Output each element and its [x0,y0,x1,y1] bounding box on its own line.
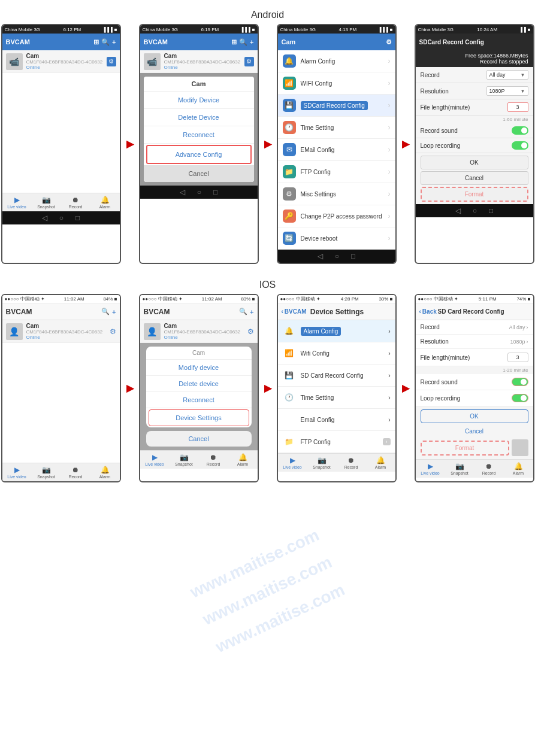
ftp-icon: 📁 [283,165,296,178]
back-btn[interactable]: ◁ [180,188,185,196]
record-dropdown[interactable]: All day ▼ [486,70,528,80]
settings-icon[interactable]: ⚙ [386,38,392,46]
home-btn[interactable]: ○ [473,207,477,215]
recents-btn[interactable]: □ [75,214,80,222]
nav-record[interactable]: ⏺ Record [61,195,90,210]
camera-list-item[interactable]: 📹 Cam CM1F840-E6BF830A34DC-4C0632 Online… [140,50,258,73]
nav-live-video[interactable]: ▶Live video [140,452,170,467]
search-icon[interactable]: 🔍 [239,308,247,315]
cam-gear-icon[interactable]: ⚙ [244,57,254,66]
nav-snapshot[interactable]: 📷Snapshot [307,455,337,470]
nav-alarm[interactable]: 🔔Alarm [504,461,533,476]
back-btn[interactable]: ◁ [455,207,461,215]
format-button[interactable]: Format [421,441,509,456]
nav-record[interactable]: ⏺Record [474,461,504,476]
cam-settings-icon[interactable]: ⚙ [110,327,116,336]
ok-button[interactable]: OK [421,409,528,423]
cancel-button[interactable]: Cancel [421,425,528,438]
modal-device-settings[interactable]: Device Settings [149,409,249,426]
modal-item-reconnect[interactable]: Reconnect [144,126,254,144]
menu-item-wifi[interactable]: 📶 WIFI Config › [278,72,395,95]
nav-snapshot[interactable]: 📷Snapshot [170,452,199,467]
menu-item-reboot[interactable]: 🔄 Device reboot › [278,227,395,250]
ios-back-button[interactable]: ‹ BVCAM [282,308,307,315]
nav-record[interactable]: ⏺Record [337,455,366,470]
cam-gear-icon[interactable]: ⚙ [107,57,116,66]
modal-cancel-btn[interactable]: Cancel [146,431,252,447]
modal-reconnect[interactable]: Reconnect [146,392,252,408]
menu-item-sdcard[interactable]: 💾 SDCard Record Config › [278,95,395,117]
grid-icon[interactable]: ⊞ [231,38,237,46]
nav-snapshot[interactable]: 📷Snapshot [445,461,474,476]
cam-settings-icon[interactable]: ⚙ [247,327,254,336]
file-length-input[interactable]: 3 [507,353,528,362]
menu-item-misc[interactable]: ⚙ Misc Settings › [278,183,395,205]
menu-item-email[interactable]: ✉ EMail Config › [278,139,395,161]
nav-record[interactable]: ⏺Record [199,452,228,467]
resolution-dropdown[interactable]: 1080P ▼ [486,86,528,96]
ios-menu-wifi[interactable]: 📶 Wifi Config › [278,342,395,365]
add-icon[interactable]: + [112,308,116,315]
ios-menu-alarm[interactable]: 🔔 Alarm Config › [278,320,395,342]
loop-recording-toggle[interactable] [512,141,528,150]
nav-live-video[interactable]: ▶ Live video [2,464,32,480]
file-length-input[interactable]: 3 [507,102,528,112]
modal-item-modify[interactable]: Modify Device [144,92,254,109]
home-btn[interactable]: ○ [59,214,64,222]
nav-snapshot[interactable]: 📷 Snapshot [32,464,61,480]
ios-menu-email[interactable]: ✉ Email Config › [278,409,395,431]
back-btn[interactable]: ◁ [318,252,323,260]
modal-box: Cam Modify Device Delete Device Reconnec… [144,77,254,182]
ios-menu-time[interactable]: 🕐 Time Setting › [278,387,395,409]
record-sound-toggle[interactable] [512,126,528,135]
nav-alarm[interactable]: 🔔Alarm [366,455,395,470]
recents-btn[interactable]: □ [351,252,355,260]
modal-item-advance-config[interactable]: Advance Config [146,145,252,164]
cancel-button[interactable]: Cancel [421,171,528,185]
ios1-camera-list-item[interactable]: 👤 Cam CM1F840-E6BF830A34DC-4C0632 Online… [2,320,120,343]
menu-item-ftp[interactable]: 📁 FTP Config › [278,161,395,183]
modal-modify[interactable]: Modify device [146,360,252,376]
search-icon[interactable]: 🔍 [101,38,110,46]
resolution-value[interactable]: 1080p › [510,339,528,345]
home-btn[interactable]: ○ [197,188,201,196]
add-icon[interactable]: + [250,308,253,315]
record-sound-toggle[interactable] [512,378,528,386]
nav-live-video[interactable]: ▶Live video [416,461,445,476]
menu-item-p2p[interactable]: 🔑 Change P2P access password › [278,205,395,227]
search-icon[interactable]: 🔍 [239,38,247,46]
ios-back-button[interactable]: ‹ Back [419,308,437,315]
menu-item-time[interactable]: 🕐 Time Setting › [278,117,395,139]
app-title: BVCAM [144,38,168,45]
record-value[interactable]: All day › [509,324,528,330]
resolution-row: Resolution 1080P ▼ [416,83,533,99]
search-icon[interactable]: 🔍 [101,308,110,315]
nav-alarm[interactable]: 🔔Alarm [228,452,258,467]
android-home-bar: ◁ ○ □ [416,204,533,217]
add-icon[interactable]: + [112,38,116,45]
ok-button[interactable]: OK [421,156,528,169]
nav-live-video[interactable]: ▶Live video [278,455,307,470]
recents-btn[interactable]: □ [489,207,493,215]
camera-list-item[interactable]: 📹 Cam CM1F840-E6BF830A34DC-4C0632 Online… [2,50,120,73]
nav-record[interactable]: ⏺ Record [61,464,90,480]
modal-item-delete[interactable]: Delete Device [144,109,254,126]
modal-delete[interactable]: Delete device [146,376,252,392]
ios-menu-ftp[interactable]: 📁 FTP Config › [278,431,395,453]
nav-alarm[interactable]: 🔔 Alarm [90,195,120,210]
nav-alarm[interactable]: 🔔 Alarm [90,464,120,480]
ios-menu-sdcard[interactable]: 💾 SD Card Record Config › [278,365,395,387]
loop-recording-toggle[interactable] [512,394,528,402]
android-screen3: China Mobile 3G 4:13 PM ▌▌▌■ Cam ⚙ 🔔 Ala… [277,24,397,264]
add-icon[interactable]: + [250,38,253,45]
recents-btn[interactable]: □ [213,188,217,196]
nav-live-video[interactable]: ▶ Live video [2,195,32,210]
ios2-cam-item[interactable]: 👤 Cam CM1F840-E6BF830A34DC-4C0632 Online… [140,320,258,343]
modal-cancel-btn[interactable]: Cancel [144,165,254,182]
grid-icon[interactable]: ⊞ [93,38,99,46]
format-button[interactable]: Format [421,187,528,202]
nav-snapshot[interactable]: 📷 Snapshot [32,195,61,210]
home-btn[interactable]: ○ [335,252,339,260]
menu-item-alarm[interactable]: 🔔 Alarm Config › [278,50,395,72]
back-btn[interactable]: ◁ [42,214,47,222]
